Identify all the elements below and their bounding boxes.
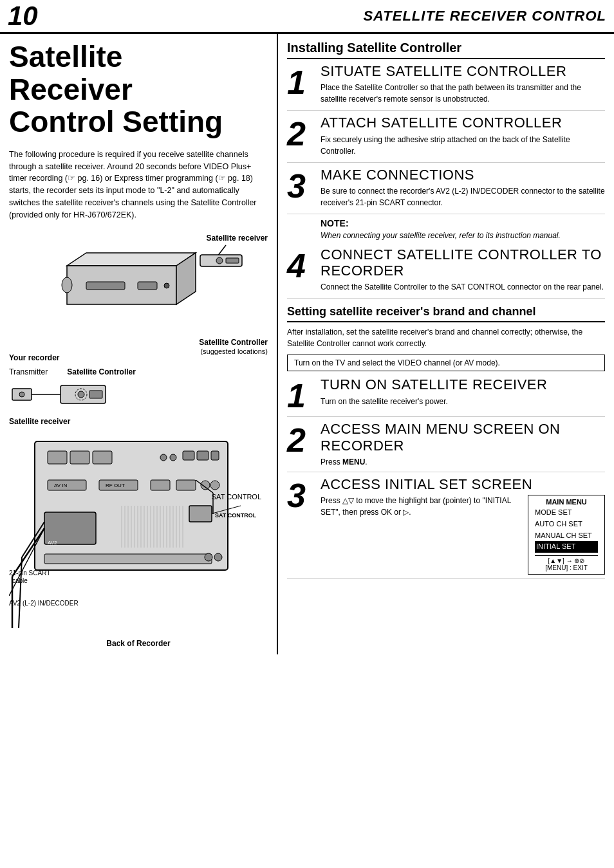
svg-text:AV2: AV2	[48, 540, 57, 546]
step-4-text: Connect the Satellite Controller to the …	[321, 281, 605, 293]
step-1-text: Place the Satellite Controller so that t…	[321, 82, 605, 105]
step-1-content: SITUATE SATELLITE CONTROLLER Place the S…	[321, 63, 605, 105]
sat-controller-label2: Satellite Controller	[67, 367, 136, 376]
install-step-4: 4 CONNECT SATELLITE CONTROLLER TO RECORD…	[287, 246, 605, 299]
svg-rect-22	[93, 451, 112, 464]
note-title: NOTE:	[321, 218, 605, 228]
menu-item-0: MODE SET	[535, 507, 598, 519]
setting-step-2-content: ACCESS MAIN MENU SCREEN ON RECORDER Pres…	[321, 421, 605, 468]
setting-step-1-number: 1	[287, 379, 315, 412]
satellite-receiver-label: Satellite receiver	[207, 234, 268, 243]
menu-item-1: AUTO CH SET	[535, 519, 598, 530]
svg-rect-20	[48, 451, 67, 464]
setting-step-2-number: 2	[287, 423, 315, 457]
svg-rect-26	[197, 451, 209, 460]
tv-instruction: Turn on the TV and select the VIDEO chan…	[287, 355, 605, 371]
step-1-number: 1	[287, 66, 315, 99]
setting-step-3-content: ACCESS INITIAL SET SCREEN Press △▽ to mo…	[321, 476, 605, 575]
intro-text: The following procedure is required if y…	[9, 149, 268, 221]
step-3-content: MAKE CONNECTIONS Be sure to connect the …	[321, 167, 605, 208]
setting-step-3: 3 ACCESS INITIAL SET SCREEN Press △▽ to …	[287, 476, 605, 579]
svg-rect-32	[151, 480, 170, 490]
svg-rect-5	[86, 282, 125, 290]
svg-point-13	[19, 392, 24, 397]
svg-point-16	[78, 391, 84, 398]
menu-item-2: MANUAL CH SET	[535, 530, 598, 542]
setting-step-3-number: 3	[287, 479, 315, 512]
setting-step-2: 2 ACCESS MAIN MENU SCREEN ON RECORDER Pr…	[287, 421, 605, 472]
svg-rect-11	[226, 258, 239, 263]
your-recorder-label: Your recorder	[9, 353, 59, 362]
top-diagram: Satellite receiver	[9, 234, 268, 362]
svg-rect-25	[183, 451, 194, 460]
svg-text:AV IN: AV IN	[54, 483, 68, 488]
setting-step-1-content: TURN ON SATELLITE RECEIVER Turn on the s…	[321, 376, 605, 407]
menu-box: MAIN MENU MODE SET AUTO CH SET MANUAL CH…	[528, 495, 605, 574]
setting-section: Setting satellite receiver's brand and c…	[287, 305, 605, 578]
setting-title: Setting satellite receiver's brand and c…	[287, 305, 605, 322]
svg-rect-17	[89, 391, 102, 398]
svg-point-35	[210, 481, 219, 490]
svg-text:AV2 (L-2) IN/DECODER: AV2 (L-2) IN/DECODER	[9, 600, 79, 607]
step-2-content: ATTACH SATELLITE CONTROLLER Fix securely…	[321, 115, 605, 156]
left-column: Satellite Receiver Control Setting The f…	[0, 34, 277, 654]
page-header: 10 SATELLITE RECEIVER CONTROL	[0, 0, 614, 34]
transmitter-section: Transmitter Satellite Controller	[9, 367, 268, 413]
note-block: NOTE: When connecting your satellite rec…	[287, 218, 605, 241]
svg-point-24	[170, 454, 176, 461]
svg-marker-2	[67, 253, 196, 266]
menu-box-title: MAIN MENU	[535, 498, 598, 506]
svg-text:SAT CONTROL: SAT CONTROL	[215, 512, 257, 519]
svg-text:21-pin SCART: 21-pin SCART	[9, 569, 50, 577]
diagram-area: Satellite receiver	[9, 234, 268, 648]
sat-control-label: SAT CONTROL	[212, 493, 261, 501]
step-3-text: Be sure to connect the recorder's AV2 (L…	[321, 185, 605, 208]
main-content: Satellite Receiver Control Setting The f…	[0, 34, 614, 654]
step-1-heading: SITUATE SATELLITE CONTROLLER	[321, 63, 605, 79]
setting-step-3-text: Press △▽ to move the highlight bar (poin…	[321, 495, 521, 518]
svg-rect-27	[211, 451, 219, 460]
back-recorder-label: Back of Recorder	[9, 639, 268, 648]
step-3-inner: Press △▽ to move the highlight bar (poin…	[321, 495, 605, 574]
section-title: Satellite Receiver Control Setting	[9, 41, 268, 138]
note-text: When connecting your satellite receiver,…	[321, 230, 605, 241]
setting-step-1-text: Turn on the satellite receiver's power.	[321, 396, 605, 407]
step-3-number: 3	[287, 169, 315, 203]
transmitter-labels: Transmitter Satellite Controller	[9, 367, 268, 376]
step-4-heading: CONNECT SATELLITE CONTROLLER TO RECORDER	[321, 246, 605, 279]
setting-step-3-heading: ACCESS INITIAL SET SCREEN	[321, 476, 605, 492]
svg-line-46	[19, 557, 22, 628]
step-2-text: Fix securely using the adhesive strip at…	[321, 134, 605, 157]
page-title: SATELLITE RECEIVER CONTROL	[363, 8, 606, 24]
sat-controller-on-receiver	[197, 250, 248, 272]
svg-rect-33	[176, 480, 196, 490]
installing-title: Installing Satellite Controller	[287, 41, 605, 59]
step-2-number: 2	[287, 117, 315, 151]
install-step-1: 1 SITUATE SATELLITE CONTROLLER Place the…	[287, 63, 605, 111]
step-3-heading: MAKE CONNECTIONS	[321, 167, 605, 183]
menu-footer: [▲▼] → ⊕⊘[MENU] : EXIT	[535, 555, 598, 571]
setting-step-1: 1 TURN ON SATELLITE RECEIVER Turn on the…	[287, 376, 605, 417]
setting-intro: After installation, set the satellite re…	[287, 326, 605, 349]
setting-step-1-heading: TURN ON SATELLITE RECEIVER	[321, 376, 605, 392]
svg-point-42	[214, 553, 222, 561]
transmitter-diagram	[9, 379, 138, 411]
svg-rect-36	[189, 506, 212, 522]
step-4-number: 4	[287, 249, 315, 282]
svg-rect-21	[70, 451, 89, 464]
step-4-content: CONNECT SATELLITE CONTROLLER TO RECORDER…	[321, 246, 605, 293]
svg-point-10	[216, 257, 223, 264]
svg-rect-40	[44, 554, 212, 564]
svg-point-23	[160, 454, 167, 461]
svg-text:cable: cable	[12, 577, 28, 584]
svg-text:RF OUT: RF OUT	[106, 483, 125, 488]
satellite-controller-label: Satellite Controller (suggested location…	[199, 338, 268, 356]
back-recorder-svg: AV IN RF OUT SAT CONTROL AV2	[9, 429, 266, 634]
svg-point-41	[205, 553, 212, 561]
menu-item-3: INITIAL SET	[535, 541, 598, 553]
install-step-2: 2 ATTACH SATELLITE CONTROLLER Fix secure…	[287, 115, 605, 162]
back-recorder-diagram: AV IN RF OUT SAT CONTROL AV2	[9, 429, 268, 636]
right-column: Installing Satellite Controller 1 SITUAT…	[277, 34, 614, 654]
step-2-heading: ATTACH SATELLITE CONTROLLER	[321, 115, 605, 131]
setting-step-2-heading: ACCESS MAIN MENU SCREEN ON RECORDER	[321, 421, 605, 454]
